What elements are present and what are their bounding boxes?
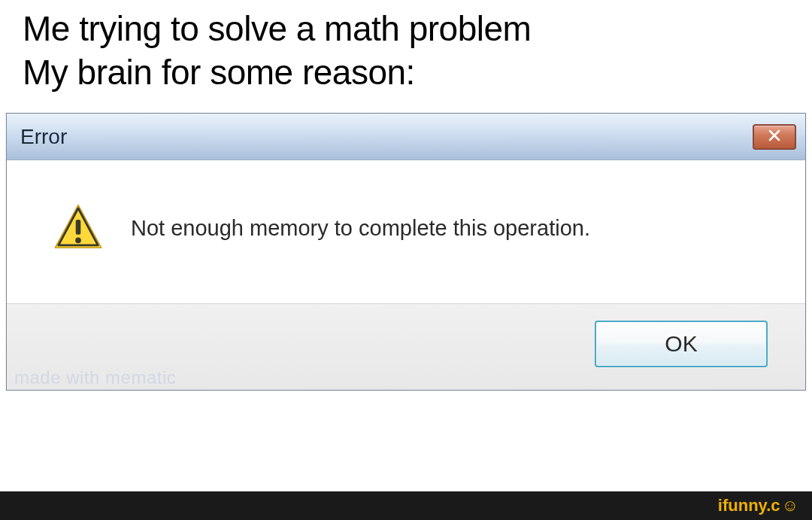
svg-rect-0 — [76, 220, 81, 235]
ok-button[interactable]: OK — [595, 321, 768, 367]
dialog-titlebar: Error — [7, 114, 805, 160]
smile-icon: ☺ — [782, 496, 798, 515]
mematic-watermark: made with mematic — [14, 367, 176, 388]
close-icon — [768, 129, 781, 145]
ifunny-bar: ifunny.c☺ — [0, 491, 812, 520]
ok-button-label: OK — [665, 331, 697, 357]
meme-caption: Me trying to solve a math problem My bra… — [0, 0, 812, 113]
error-dialog: Error Not enough memory to complete this — [6, 113, 806, 391]
dialog-footer: made with mematic OK — [7, 303, 805, 390]
svg-point-1 — [75, 238, 81, 244]
error-message: Not enough memory to complete this opera… — [131, 216, 590, 241]
ifunny-logo: ifunny.c☺ — [718, 496, 798, 515]
dialog-body: Not enough memory to complete this opera… — [7, 160, 805, 303]
caption-line-2: My brain for some reason: — [23, 51, 789, 95]
close-button[interactable] — [753, 124, 796, 150]
dialog-title: Error — [20, 125, 67, 149]
warning-icon — [52, 202, 105, 254]
caption-line-1: Me trying to solve a math problem — [23, 8, 789, 51]
